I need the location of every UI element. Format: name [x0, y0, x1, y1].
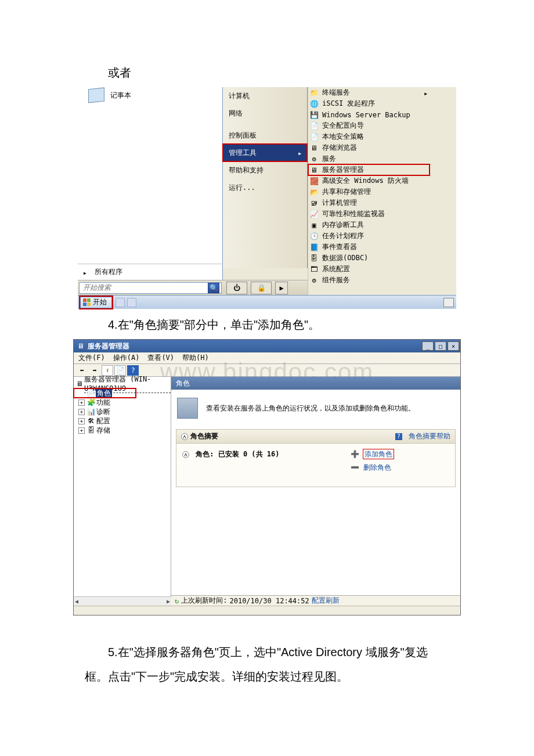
recent-item-notepad[interactable]: 记事本: [78, 87, 222, 103]
admin-item-localsec[interactable]: 📄本地安全策略: [308, 131, 430, 142]
menu-action[interactable]: 操作(A): [113, 353, 140, 363]
power-button[interactable]: ⏻: [226, 282, 247, 294]
nav-forward-button[interactable]: ➡: [89, 365, 100, 376]
content-pane: 角色 查看安装在服务器上角色的运行状况，以及添加或删除角色和功能。 ʌ角色摘要 …: [171, 377, 460, 606]
tree-root[interactable]: 🖥 服务器管理器 (WIN-U3W4NS91U9: [74, 379, 171, 388]
quick-launch: [116, 298, 136, 307]
minimize-button[interactable]: _: [422, 341, 434, 351]
admin-item-storage[interactable]: 🖥存储浏览器: [308, 142, 430, 153]
admin-item-perfmon[interactable]: 📈可靠性和性能监视器: [308, 208, 430, 219]
quicklaunch-item[interactable]: [116, 298, 125, 307]
start-item-run[interactable]: 运行...: [223, 179, 307, 196]
menu-bar: 文件(F) 操作(A) 查看(V) 帮助(H): [74, 352, 460, 364]
content-description: 查看安装在服务器上角色的运行状况，以及添加或删除角色和功能。: [206, 404, 415, 413]
start-search-input[interactable]: 开始搜索 🔍: [79, 282, 222, 294]
admin-item-compmgmt[interactable]: 🖳计算机管理: [308, 197, 430, 208]
roles-summary-panel: ʌ角色摘要 ? 角色摘要帮助 ʌ 角色: 已安装 0 (共 16): [176, 429, 456, 487]
wizard-icon: 📄: [309, 122, 319, 130]
all-programs[interactable]: 所有程序: [78, 264, 223, 280]
menu-file[interactable]: 文件(F): [78, 353, 105, 363]
admin-tools-submenu: 📁终端服务 🌐iSCSI 发起程序 💾Windows Server Backup…: [308, 87, 430, 301]
start-right-column: 计算机 网络 控制面板 管理工具 帮助和支持 运行...: [223, 87, 308, 268]
server-icon: 🖥: [76, 380, 83, 388]
close-button[interactable]: ×: [448, 341, 459, 351]
admin-item-sysconfig[interactable]: 🗔系统配置: [308, 264, 430, 275]
admin-item-iscsi[interactable]: 🌐iSCSI 发起程序: [308, 98, 430, 109]
tray-icon[interactable]: [443, 298, 454, 307]
start-item-network[interactable]: 网络: [223, 105, 307, 122]
taskbar: 开始: [78, 295, 456, 309]
globe-icon: 🌐: [309, 100, 319, 108]
config-icon: 🛠: [87, 417, 95, 425]
expand-icon[interactable]: +: [78, 399, 85, 406]
component-icon: ⚙: [309, 276, 319, 285]
scroll-left-icon[interactable]: ◀: [75, 598, 78, 604]
all-programs-label: 所有程序: [95, 267, 122, 277]
quicklaunch-item[interactable]: [127, 298, 136, 307]
menu-help[interactable]: 帮助(H): [182, 353, 209, 363]
tree-node-features[interactable]: + 🧩 功能: [74, 398, 171, 407]
menu-view[interactable]: 查看(V): [147, 353, 174, 363]
admin-item-odbc[interactable]: 🗄数据源(ODBC): [308, 253, 430, 264]
paragraph-step4: 4.在"角色摘要"部分中，单击"添加角色"。: [85, 315, 449, 334]
remove-role-link[interactable]: 删除角色: [363, 463, 391, 471]
maximize-button[interactable]: □: [435, 341, 446, 351]
panel-help-link[interactable]: ? 角色摘要帮助: [395, 431, 450, 441]
expand-icon[interactable]: +: [78, 409, 85, 415]
start-item-help[interactable]: 帮助和支持: [223, 161, 307, 179]
paragraph-step5-line1: 5.在"选择服务器角色"页上，选中"Active Directory 域服务"复…: [85, 642, 449, 662]
expand-icon[interactable]: +: [78, 427, 85, 434]
start-button[interactable]: 开始: [80, 297, 112, 308]
admin-item-share[interactable]: 📂共享和存储管理: [308, 186, 430, 197]
status-bar: ↻ 上次刷新时间: 2010/10/30 12:44:52 配置刷新: [171, 595, 460, 606]
admin-item-compsvc[interactable]: ⚙组件服务: [308, 275, 430, 286]
admin-item-firewall[interactable]: 🧱高级安全 Windows 防火墙: [308, 175, 430, 186]
add-role-link[interactable]: 添加角色: [363, 449, 394, 459]
scroll-right-icon[interactable]: ▶: [167, 598, 170, 604]
help-button[interactable]: ?: [127, 365, 139, 376]
tree-node-config[interactable]: + 🛠 配置: [74, 416, 171, 426]
tree-hscrollbar[interactable]: ◀ ▶: [74, 596, 171, 606]
start-item-computer[interactable]: 计算机: [223, 87, 307, 105]
storage-icon: 🖥: [309, 144, 319, 152]
features-icon: 🧩: [87, 398, 95, 406]
lock-button[interactable]: 🔒: [251, 282, 272, 294]
admin-item-eventvwr[interactable]: 📘事件查看器: [308, 242, 430, 253]
admin-item-terminal[interactable]: 📁终端服务: [308, 87, 430, 98]
event-icon: 📘: [309, 243, 319, 251]
refresh-config-link[interactable]: 配置刷新: [312, 596, 340, 606]
paragraph-step5-line2: 框。点击"下一步"完成安装。详细的安装过程见图。: [85, 667, 449, 686]
memory-icon: ▣: [309, 221, 319, 229]
collapse-icon[interactable]: ʌ: [181, 433, 188, 440]
share-icon: 📂: [309, 188, 319, 196]
search-icon[interactable]: 🔍: [208, 283, 219, 293]
status-time: 2010/10/30 12:44:52: [229, 597, 309, 605]
window-titlebar[interactable]: 🖥 服务器管理器 _ □ ×: [74, 340, 460, 352]
window-statusbar: [74, 606, 460, 615]
diag-icon: 📊: [87, 408, 95, 416]
admin-item-memdiag[interactable]: ▣内存诊断工具: [308, 219, 430, 231]
admin-item-secwiz[interactable]: 📄安全配置向导: [308, 120, 430, 131]
up-folder-button[interactable]: ⬆: [102, 365, 113, 376]
computer-icon: 🖳: [309, 199, 319, 207]
admin-item-services[interactable]: ⚙服务: [308, 153, 430, 164]
nav-back-button[interactable]: ⬅: [76, 365, 88, 376]
remove-role-icon: ➖: [351, 463, 359, 471]
start-button-label: 开始: [93, 297, 107, 307]
power-menu-button[interactable]: ▶: [275, 282, 288, 294]
start-item-control-panel[interactable]: 控制面板: [223, 127, 307, 144]
roles-large-icon: [177, 398, 198, 419]
admin-item-wsb[interactable]: 💾Windows Server Backup: [308, 109, 430, 120]
properties-button[interactable]: 📄: [114, 365, 126, 376]
tree-node-diagnostics[interactable]: + 📊 诊断: [74, 407, 171, 416]
msconfig-icon: 🗔: [309, 265, 319, 273]
admin-item-server-manager[interactable]: 🖥服务器管理器: [308, 164, 430, 175]
recent-item-label: 记事本: [110, 91, 131, 100]
server-icon: 🖥: [309, 166, 319, 174]
collapse-icon[interactable]: ʌ: [182, 451, 189, 458]
expand-icon[interactable]: +: [78, 418, 85, 424]
start-item-admin-tools[interactable]: 管理工具: [223, 144, 307, 161]
admin-item-tasksched[interactable]: 🕒任务计划程序: [308, 231, 430, 242]
start-bottom-row: 开始搜索 🔍 ⏻ 🔒 ▶: [78, 280, 308, 295]
tree-node-storage[interactable]: + 🗄 存储: [74, 426, 171, 435]
